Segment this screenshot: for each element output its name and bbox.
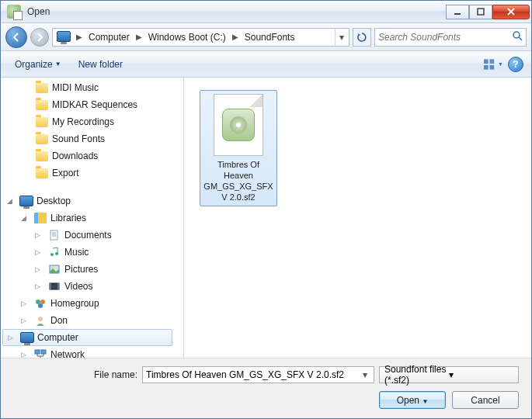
svg-point-2 [513,32,520,38]
chevron-down-icon[interactable]: ▾ [360,369,370,380]
soundfont-icon [222,109,255,141]
folder-tree[interactable]: MIDI Music MIDKAR Sequences My Recording… [1,78,184,358]
chevron-right-icon[interactable]: ▶ [133,33,145,41]
tree-folder[interactable]: MIDI Music [1,79,183,96]
open-dialog: Open ▶ Computer ▶ Windows Boot (C:) ▶ So… [0,0,532,419]
new-folder-button[interactable]: New folder [72,56,129,73]
svg-rect-4 [490,59,495,64]
svg-rect-3 [484,59,489,64]
svg-point-17 [38,303,43,308]
file-list[interactable]: Timbres Of Heaven GM_GS_XG_SFX V 2.0.sf2 [184,78,531,358]
tree-folder[interactable]: Sound Fonts [1,130,183,147]
expand-icon[interactable]: ▷ [35,265,44,273]
tree-library-music[interactable]: ▷Music [1,244,183,261]
expand-icon[interactable]: ▷ [35,248,44,256]
filetype-label: Soundfont files (*.sf2) [384,364,449,386]
filetype-combo[interactable]: Soundfont files (*.sf2) ▾ [379,366,519,383]
svg-rect-1 [478,9,484,15]
filename-combo[interactable]: ▾ [142,366,374,383]
homegroup-icon [33,297,47,310]
music-icon [47,246,61,258]
tree-folder[interactable]: My Recordings [1,113,183,130]
svg-point-18 [38,317,43,321]
breadcrumb-item[interactable]: Computer [85,29,133,45]
file-name-label: Timbres Of Heaven GM_GS_XG_SFX V 2.0.sf2 [203,159,273,203]
tree-computer[interactable]: ▷Computer [2,329,172,346]
chevron-down-icon: ▼ [55,61,61,68]
svg-point-9 [55,252,58,255]
tree-user[interactable]: ▷Don [1,312,183,329]
svg-rect-19 [35,350,40,354]
expand-icon[interactable]: ▷ [21,317,30,324]
minimize-button[interactable] [446,5,469,19]
tree-library-documents[interactable]: ▷Documents [1,227,183,244]
breadcrumb-item[interactable]: Windows Boot (C:) [145,29,229,45]
toolbar: Organize▼ New folder ▼ ? [1,51,531,78]
tree-library-pictures[interactable]: ▷Pictures [1,261,183,278]
chevron-right-icon[interactable]: ▶ [229,33,242,41]
expand-icon[interactable]: ▷ [21,300,30,307]
svg-rect-20 [41,350,46,354]
navigation-bar: ▶ Computer ▶ Windows Boot (C:) ▶ SoundFo… [1,23,531,51]
pictures-icon [47,263,61,275]
titlebar: Open [1,1,531,23]
chevron-down-icon[interactable]: ▾ [449,369,513,380]
svg-rect-6 [490,64,495,69]
organize-button[interactable]: Organize▼ [9,56,68,73]
breadcrumb[interactable]: ▶ Computer ▶ Windows Boot (C:) ▶ SoundFo… [52,28,349,47]
filename-label: File name: [13,369,137,380]
tree-folder[interactable]: Export [1,164,183,182]
file-item-selected[interactable]: Timbres Of Heaven GM_GS_XG_SFX V 2.0.sf2 [200,90,277,206]
svg-point-8 [50,253,54,256]
search-box[interactable] [374,28,527,47]
forward-button[interactable] [30,28,49,47]
tree-library-videos[interactable]: ▷Videos [1,278,183,295]
search-input[interactable] [378,32,512,43]
expand-icon[interactable]: ▷ [21,351,30,358]
svg-rect-5 [484,64,489,69]
computer-icon [57,30,71,44]
documents-icon [47,229,61,241]
collapse-icon[interactable]: ◢ [7,197,16,205]
app-icon [7,5,21,19]
tree-homegroup[interactable]: ▷Homegroup [1,295,183,312]
filename-input[interactable] [146,369,360,380]
tree-folder[interactable]: Downloads [1,147,183,164]
maximize-button[interactable] [469,5,492,19]
expand-icon[interactable]: ▷ [35,231,44,239]
breadcrumb-dropdown[interactable]: ▾ [335,29,347,46]
tree-desktop[interactable]: ◢Desktop [1,192,183,210]
tree-network[interactable]: ▷Network [1,346,183,358]
help-button[interactable]: ? [508,57,523,72]
expand-icon[interactable]: ▷ [8,334,17,341]
svg-point-15 [36,300,40,304]
computer-icon [20,331,34,344]
search-icon[interactable] [512,30,523,43]
svg-rect-0 [454,13,461,15]
expand-icon[interactable]: ▷ [35,282,44,290]
svg-rect-7 [50,230,57,240]
dialog-footer: File name: ▾ Soundfont files (*.sf2) ▾ O… [1,358,531,418]
view-options-button[interactable]: ▼ [483,55,503,74]
breadcrumb-item[interactable]: SoundFonts [242,29,298,45]
svg-rect-13 [50,283,51,289]
refresh-button[interactable] [353,28,371,47]
collapse-icon[interactable]: ◢ [21,214,30,222]
videos-icon [47,280,61,293]
tree-folder[interactable]: MIDKAR Sequences [1,96,183,113]
network-icon [33,348,47,358]
file-thumbnail [214,94,263,156]
back-button[interactable] [5,26,27,48]
cancel-button[interactable]: Cancel [452,391,519,409]
chevron-right-icon[interactable]: ▶ [73,33,85,41]
svg-rect-14 [57,283,59,289]
window-title: Open [26,6,446,17]
tree-libraries[interactable]: ◢Libraries [1,210,183,227]
close-button[interactable] [492,5,530,19]
open-button[interactable]: Open ▼ [379,391,446,409]
content-area: MIDI Music MIDKAR Sequences My Recording… [1,78,531,358]
svg-point-16 [40,300,45,304]
user-icon [33,314,47,327]
